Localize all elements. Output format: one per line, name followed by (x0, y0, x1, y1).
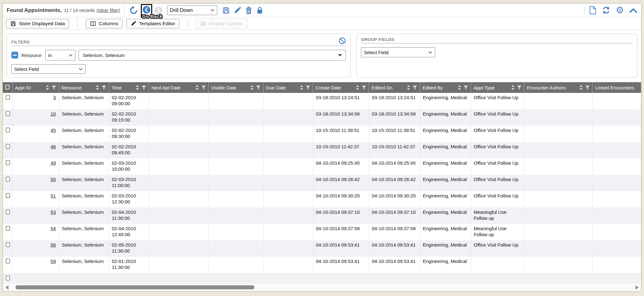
row-checkbox[interactable] (6, 128, 10, 133)
appt-id-link[interactable]: 46 (51, 144, 56, 149)
group-field-select[interactable]: Select Field (361, 47, 435, 57)
filter-funnel-icon[interactable] (52, 85, 56, 90)
sort-icon[interactable] (46, 85, 49, 90)
column-header[interactable]: Appt Type (471, 82, 524, 93)
appt-id-link[interactable]: 45 (51, 128, 56, 133)
column-header[interactable]: Encounter Authors (524, 82, 592, 93)
sort-icon[interactable] (96, 85, 99, 90)
edit-icon[interactable] (234, 7, 241, 14)
filter-funnel-icon[interactable] (256, 85, 261, 90)
columns-button[interactable]: Columns (86, 19, 122, 28)
appt-id-link[interactable]: 3 (53, 95, 56, 100)
appt-id-link[interactable]: 49 (51, 160, 56, 166)
row-checkbox[interactable] (6, 95, 10, 100)
appt-id-link[interactable]: 56 (51, 242, 56, 248)
sort-icon[interactable] (458, 85, 461, 90)
column-header[interactable]: Edited On (369, 82, 420, 93)
cell-encounter-authors (524, 175, 592, 191)
filter-funnel-icon[interactable] (201, 85, 206, 90)
filter-funnel-icon[interactable] (585, 85, 590, 90)
filter-funnel-icon[interactable] (306, 85, 310, 90)
lock-icon[interactable] (256, 7, 263, 14)
filter-funnel-icon[interactable] (517, 85, 522, 90)
row-checkbox[interactable] (6, 276, 10, 281)
scrollbar-thumb[interactable] (15, 285, 254, 289)
column-header[interactable]: Visible Date (208, 82, 263, 93)
clear-filter-link[interactable]: (clear filter) (97, 8, 120, 13)
templates-editor-button[interactable]: Templates Editor (126, 19, 180, 28)
column-header[interactable]: Next Apt Date (149, 82, 208, 93)
appt-id-link[interactable]: 53 (51, 209, 56, 215)
store-displayed-data-button[interactable]: Store Displayed Data (6, 19, 69, 28)
column-header[interactable]: Linked Encounters (592, 82, 641, 93)
new-document-icon[interactable] (589, 6, 597, 14)
appt-id-link[interactable]: 54 (51, 226, 56, 231)
toolbar-divider (188, 19, 188, 28)
sort-icon[interactable] (300, 85, 303, 90)
cell-next-apt-date (149, 224, 208, 240)
column-header[interactable]: Time (109, 82, 149, 93)
row-checkbox[interactable] (6, 144, 10, 149)
cell-resource: Selenium, Selenium (59, 224, 109, 240)
filter-operator-select[interactable]: in (45, 50, 75, 60)
disable-filters-icon[interactable] (339, 37, 346, 44)
filter-funnel-icon[interactable] (102, 85, 106, 90)
row-checkbox[interactable] (6, 242, 10, 247)
column-header[interactable]: Appt ID (12, 82, 59, 93)
appt-id-link[interactable]: 10 (51, 111, 56, 117)
filter-funnel-icon[interactable] (362, 85, 366, 90)
appt-id-link[interactable]: 50 (51, 177, 56, 182)
column-header[interactable]: Due Date (263, 82, 313, 93)
save-icon (10, 21, 16, 26)
filter-funnel-icon[interactable] (464, 85, 468, 90)
row-checkbox[interactable] (6, 111, 10, 116)
row-checkbox[interactable] (6, 177, 10, 182)
drilldown-select[interactable]: Drill Down (167, 6, 217, 15)
column-header[interactable]: Edited By (420, 82, 471, 93)
cell-create-date: 04-10-2014 09:25:45 (313, 158, 369, 175)
filter-value: Selenium, Selenium (83, 53, 125, 58)
gear-icon[interactable]: ⚙ (616, 6, 624, 15)
go-back-icon[interactable] (142, 6, 151, 14)
horizontal-scrollbar[interactable] (3, 283, 641, 291)
sort-icon[interactable] (136, 85, 139, 90)
cell-visible-date (208, 240, 263, 257)
appt-id-link[interactable]: 51 (51, 193, 56, 198)
row-checkbox[interactable] (6, 160, 10, 165)
button-label: Templates Editor (139, 21, 175, 26)
row-checkbox[interactable] (6, 209, 10, 214)
scroll-left-arrow[interactable] (5, 285, 8, 290)
save-icon[interactable] (222, 7, 230, 14)
appt-id-link[interactable]: 59 (51, 259, 56, 264)
chevron-down-icon (428, 51, 432, 54)
filter-funnel-icon[interactable] (142, 85, 146, 90)
row-checkbox[interactable] (6, 259, 10, 264)
column-header[interactable]: Resource (59, 82, 109, 93)
filter-funnel-icon[interactable] (413, 85, 417, 90)
column-header[interactable]: Create Date (313, 82, 369, 93)
go-forward-icon[interactable] (154, 6, 163, 14)
cell-create-date: 10-15-2010 11:39:51 (313, 126, 369, 142)
sort-icon[interactable] (580, 85, 583, 90)
row-checkbox[interactable] (6, 193, 10, 198)
filters-title: FILTERS (11, 40, 30, 44)
select-all-header (3, 82, 12, 93)
collapse-icon[interactable] (629, 8, 637, 13)
sort-icon[interactable] (511, 85, 514, 90)
delete-icon[interactable] (245, 7, 252, 14)
add-filter-field-select[interactable]: Select Field (11, 64, 86, 74)
row-select-cell (3, 240, 12, 257)
select-all-checkbox[interactable] (5, 85, 9, 89)
cell-time: 02-02-2010 09:45:00 (109, 142, 149, 158)
scroll-right-arrow[interactable] (636, 285, 639, 290)
filter-value-combo[interactable]: Selenium, Selenium (79, 50, 346, 60)
remove-filter-button[interactable] (11, 52, 18, 59)
row-checkbox[interactable] (6, 226, 10, 231)
sort-icon[interactable] (407, 85, 410, 90)
sort-icon[interactable] (250, 85, 253, 90)
refresh-icon[interactable] (602, 6, 610, 14)
sort-icon[interactable] (196, 85, 199, 90)
sort-icon[interactable] (356, 85, 359, 90)
cell-due-date (263, 126, 313, 142)
undo-icon[interactable] (129, 6, 138, 15)
